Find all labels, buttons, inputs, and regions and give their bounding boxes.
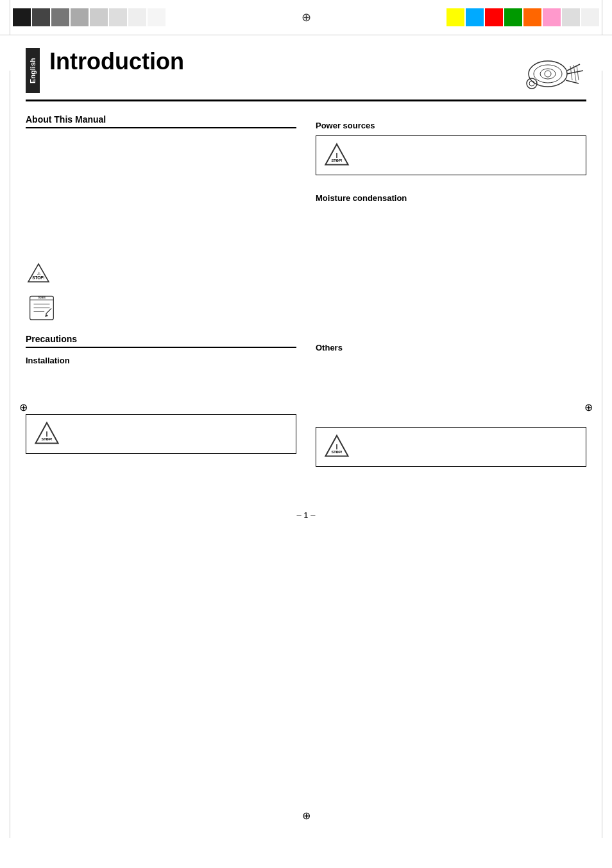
notes-book-icon: notes — [26, 292, 58, 324]
swatch-light-2 — [581, 8, 599, 26]
svg-point-34 — [336, 451, 337, 453]
installation-content — [26, 370, 296, 409]
stop-icon-row: STOP! ⚠ — [26, 261, 296, 287]
two-column-layout: About This Manual STOP! ⚠ — [26, 114, 586, 485]
power-sources-title: Power sources — [316, 121, 586, 130]
stop-warning-icon: STOP! ⚠ — [26, 261, 51, 287]
swatch-orange — [523, 8, 541, 26]
center-registration-mark: ⊕ — [302, 10, 311, 24]
swatch-pink — [543, 8, 561, 26]
installation-stop-icon: STOP! — [34, 421, 60, 447]
installation-title: Installation — [26, 356, 296, 365]
precautions-title: Precautions — [26, 334, 296, 348]
intro-header: English Introduction — [26, 35, 586, 101]
moisture-title: Moisture condensation — [316, 193, 586, 203]
top-bar: ⊕ — [0, 0, 612, 35]
swatch-green — [504, 8, 522, 26]
about-manual-title: About This Manual — [26, 114, 296, 128]
page-number: – 1 – — [26, 510, 586, 533]
about-manual-content — [26, 136, 296, 252]
svg-point-26 — [46, 438, 47, 440]
others-section: Others STOP! — [316, 343, 586, 467]
others-title: Others — [316, 343, 586, 352]
svg-line-9 — [577, 65, 579, 80]
product-image — [509, 48, 586, 93]
notes-icon-row: notes — [26, 292, 296, 324]
power-sources-spacer — [316, 180, 586, 187]
svg-line-21 — [46, 308, 51, 313]
svg-line-8 — [574, 65, 576, 82]
others-content — [316, 358, 586, 422]
bottom-center-reg-mark: ⊕ — [302, 810, 310, 822]
moisture-section: Moisture condensation — [316, 193, 586, 336]
svg-point-1 — [534, 65, 562, 83]
svg-text:notes: notes — [38, 295, 46, 299]
swatch-cyan — [466, 8, 484, 26]
svg-point-6 — [545, 71, 551, 77]
about-manual-section: About This Manual — [26, 114, 296, 252]
color-strip-right — [446, 8, 599, 26]
power-stop-icon: STOP! — [324, 143, 350, 168]
swatch-gray — [51, 8, 69, 26]
color-strip-left — [13, 8, 166, 26]
page-content: English Introduction — [0, 35, 612, 533]
others-warning-box: STOP! — [316, 427, 586, 467]
page-title: Introduction — [49, 48, 509, 75]
swatch-light-gray — [71, 8, 89, 26]
swatch-black — [13, 8, 31, 26]
precautions-section: Precautions Installation STOP! — [26, 334, 296, 485]
power-sources-warning-box: STOP! — [316, 135, 586, 175]
svg-marker-22 — [45, 314, 48, 317]
swatch-off-white — [148, 8, 166, 26]
swatch-red — [485, 8, 503, 26]
swatch-lighter-gray — [90, 8, 108, 26]
svg-point-2 — [540, 69, 556, 79]
left-reg-mark: ⊕ — [19, 401, 28, 413]
left-column: About This Manual STOP! ⚠ — [26, 114, 296, 485]
installation-extra-content — [26, 459, 296, 485]
svg-point-11 — [529, 81, 534, 86]
swatch-near-white-1 — [109, 8, 127, 26]
right-reg-mark: ⊕ — [584, 401, 593, 413]
swatch-light-1 — [562, 8, 580, 26]
others-stop-icon: STOP! — [324, 434, 350, 460]
installation-warning-box: STOP! — [26, 414, 296, 454]
swatch-near-white-2 — [128, 8, 146, 26]
svg-line-5 — [566, 80, 579, 83]
power-sources-section: Power sources STOP! — [316, 121, 586, 187]
right-column: Power sources STOP! — [316, 114, 586, 485]
svg-point-30 — [336, 160, 337, 161]
icons-section: STOP! ⚠ notes — [26, 261, 296, 324]
swatch-yellow — [446, 8, 464, 26]
svg-line-4 — [567, 71, 583, 74]
svg-text:⚠: ⚠ — [37, 272, 41, 275]
language-tab: English — [26, 48, 40, 93]
swatch-dark-gray — [32, 8, 50, 26]
moisture-content — [316, 208, 586, 336]
svg-text:STOP!: STOP! — [32, 275, 44, 280]
content-body: English Introduction — [0, 35, 612, 838]
